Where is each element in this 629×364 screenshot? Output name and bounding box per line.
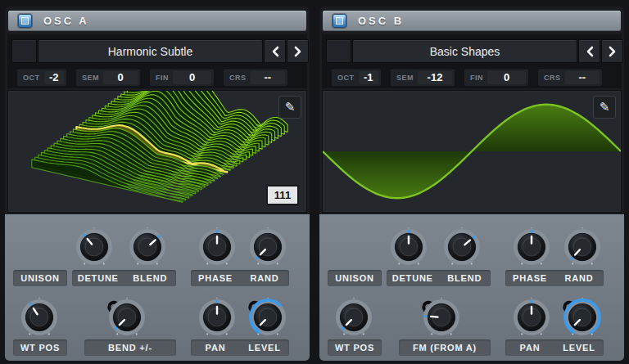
pan-level-label-strip: PANLEVEL (191, 339, 289, 356)
bend-label-strip: BEND +/- (84, 339, 176, 356)
wavetable-edit-button[interactable]: ✎ (278, 96, 301, 119)
fin-field[interactable]: FIN0 (464, 70, 528, 86)
sem-value: 0 (103, 71, 138, 84)
crs-field[interactable]: CRS-- (538, 70, 602, 86)
wavetable-menu-button[interactable] (326, 39, 351, 63)
sem-field[interactable]: SEM-12 (391, 70, 455, 86)
osc-a-title: OSC A (43, 15, 89, 27)
fin-value: 0 (487, 71, 526, 84)
chevron-left-icon (586, 46, 594, 57)
fin-label: FIN (150, 74, 173, 82)
wavetable-prev-button[interactable] (264, 39, 286, 63)
crs-label: CRS (224, 74, 251, 82)
phase-knob[interactable] (196, 226, 238, 268)
osc-b-header: OSC B (323, 11, 621, 31)
wavetable-next-button[interactable] (287, 39, 309, 63)
wavetable-name: Harmonic Subtle (108, 45, 193, 58)
oct-value: -1 (359, 71, 379, 84)
wtpos-label-strip: WT POS (328, 339, 382, 356)
rand-knob[interactable] (247, 226, 289, 268)
osc-b-knob-area: 2 ▲▼ UNISON DETUNEBLEND PHASERAND WT POS… (319, 214, 624, 361)
wtpos-label-strip: WT POS (13, 339, 67, 356)
bend-knob[interactable] (106, 296, 148, 339)
fm-label-strip: FM (FROM A) (399, 339, 491, 356)
fm-label: FM (FROM A) (399, 343, 491, 353)
sem-label: SEM (391, 74, 418, 82)
wt-pos-label: WT POS (328, 343, 382, 353)
unison-label: UNISON (13, 273, 67, 283)
wavetable-prev-button[interactable] (578, 39, 600, 63)
pan-label: PAN (505, 343, 554, 353)
detune-knob[interactable] (73, 226, 115, 268)
detune-knob[interactable] (387, 226, 430, 268)
detune-label: DETUNE (387, 273, 439, 283)
oct-field[interactable]: OCT-1 (332, 70, 381, 86)
crs-label: CRS (538, 74, 565, 82)
rand-label: RAND (554, 273, 604, 283)
osc-b-panel: OSC B Basic Shapes OCT-1 SEM-12 FIN0 CRS… (319, 7, 624, 361)
fin-label: FIN (464, 74, 487, 82)
pan-knob[interactable] (510, 296, 553, 339)
oct-field[interactable]: OCT-2 (17, 70, 66, 86)
crs-value: -- (251, 71, 285, 84)
pencil-icon: ✎ (285, 100, 296, 115)
phase-label: PHASE (505, 273, 554, 283)
wt-pos-knob[interactable] (333, 296, 375, 339)
blend-label: BLEND (439, 273, 491, 283)
osc-b-enable-toggle[interactable] (333, 14, 346, 28)
oct-label: OCT (17, 74, 44, 82)
wavetable-3d-display[interactable]: ✎ 111 (7, 90, 307, 213)
blend-label: BLEND (124, 273, 177, 283)
detune-label: DETUNE (72, 273, 124, 283)
waveform-display[interactable]: ✎ (322, 90, 622, 213)
crs-value: -- (565, 71, 600, 84)
crs-field[interactable]: CRS-- (224, 70, 287, 86)
fin-field[interactable]: FIN0 (150, 70, 214, 86)
wavetable-menu-button[interactable] (11, 39, 37, 63)
osc-a-knob-area: 2 ▲▼ UNISON DETUNEBLEND PHASERAND WT POS… (5, 214, 310, 361)
wavetable-edit-button[interactable]: ✎ (593, 96, 616, 119)
wavetable-next-button[interactable] (601, 39, 623, 63)
pan-level-label-strip: PANLEVEL (505, 339, 604, 356)
blend-knob[interactable] (441, 226, 483, 268)
level-knob[interactable] (561, 296, 604, 339)
level-label: LEVEL (554, 343, 604, 353)
rand-label: RAND (240, 273, 289, 283)
osc-a-panel: OSC A Harmonic Subtle OCT-2 SEM0 FIN0 CR… (5, 7, 310, 361)
osc-a-enable-toggle[interactable] (18, 14, 32, 28)
osc-a-header: OSC A (8, 11, 306, 31)
unison-label: UNISON (328, 273, 382, 283)
toggle-check-icon (336, 17, 343, 25)
osc-b-title: OSC B (358, 15, 404, 27)
phase-rand-label-strip: PHASERAND (505, 270, 604, 286)
blend-knob[interactable] (126, 226, 169, 268)
fin-value: 0 (173, 71, 211, 84)
phase-label: PHASE (191, 273, 240, 283)
level-knob[interactable] (247, 296, 289, 339)
wavetable-selector[interactable]: Basic Shapes (352, 39, 577, 63)
bend-label: BEND +/- (84, 343, 176, 353)
detune-blend-label-strip: DETUNEBLEND (72, 270, 176, 286)
pan-label: PAN (191, 343, 240, 353)
sem-value: -12 (418, 71, 452, 84)
unison-label-strip: UNISON (328, 270, 382, 286)
chevron-right-icon (609, 46, 617, 57)
wavetable-name: Basic Shapes (430, 45, 500, 58)
sem-field[interactable]: SEM0 (76, 70, 140, 86)
wavetable-selector[interactable]: Harmonic Subtle (38, 39, 263, 63)
wt-pos-knob[interactable] (18, 296, 61, 339)
unison-label-strip: UNISON (13, 270, 67, 286)
wavetable-position-badge: 111 (266, 185, 299, 205)
detune-blend-label-strip: DETUNEBLEND (387, 270, 491, 286)
toggle-check-icon (21, 17, 29, 25)
chevron-right-icon (294, 46, 302, 57)
pan-knob[interactable] (196, 296, 238, 339)
level-label: LEVEL (240, 343, 289, 353)
rand-knob[interactable] (561, 226, 604, 268)
chevron-left-icon (271, 46, 279, 57)
pencil-icon: ✎ (600, 100, 610, 115)
fm-knob[interactable] (420, 296, 463, 339)
phase-knob[interactable] (510, 226, 553, 268)
wt-pos-label: WT POS (13, 343, 67, 353)
oct-label: OCT (332, 74, 359, 82)
